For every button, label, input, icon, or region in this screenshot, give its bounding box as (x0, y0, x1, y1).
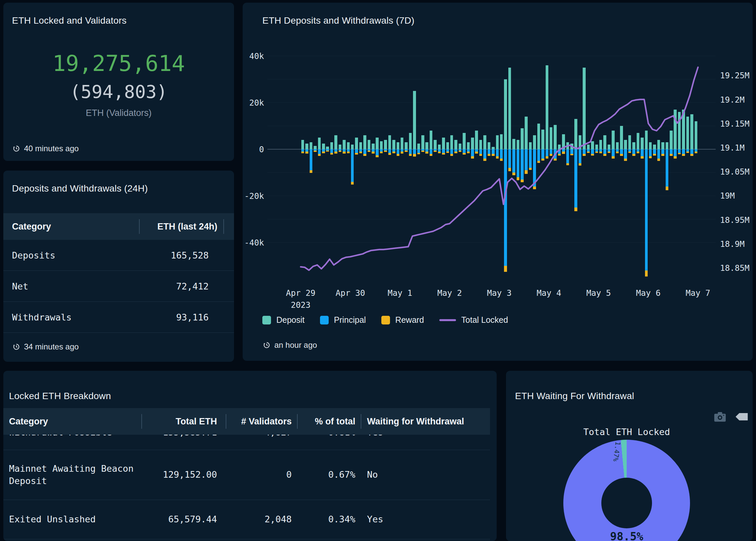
svg-text:May 7: May 7 (686, 288, 710, 298)
card-deposits-withdrawals-7d-chart: ETH Deposits and Withdrawals (7D) 40k20k… (243, 3, 753, 361)
camera-icon[interactable] (713, 411, 727, 423)
card-title: ETH Locked and Validators (12, 15, 127, 26)
svg-text:May 2: May 2 (437, 288, 462, 298)
history-icon (12, 144, 21, 153)
svg-text:40k: 40k (249, 51, 264, 61)
svg-text:19.1M: 19.1M (720, 143, 745, 153)
card-eth-locked: ETH Locked and Validators 19,275,614 (59… (3, 3, 234, 161)
svg-text:19.15M: 19.15M (720, 119, 750, 129)
svg-text:2023: 2023 (291, 300, 310, 310)
svg-text:18.95M: 18.95M (720, 215, 750, 225)
svg-text:May 1: May 1 (388, 288, 412, 298)
svg-text:May 3: May 3 (487, 288, 512, 298)
validators-count: (594,803) (3, 81, 234, 102)
col-pct-of-total: % of total (297, 408, 361, 435)
col-eth-last-24h: ETH (last 24h) (139, 213, 231, 240)
svg-text:-40k: -40k (244, 238, 264, 248)
chart-legend: Deposit Principal Reward Total Locked (262, 315, 508, 325)
col-waiting-for-withdrawal: Waiting for Withdrawal (361, 408, 483, 435)
card-title: Deposits and Withdrawals (24H) (12, 183, 148, 194)
svg-text:19.25M: 19.25M (720, 71, 750, 80)
table-row: Deposits 165,528 (3, 240, 234, 271)
table-row: Net 72,412 (3, 271, 234, 302)
bar-line-chart-plot[interactable]: 40k20k0-20k-40k19.25M19.2M19.15M19.1M19.… (243, 3, 753, 361)
last-updated-text: an hour ago (274, 340, 317, 350)
card-title: ETH Waiting For Withdrawal (515, 391, 634, 401)
dw24-table: Category ETH (last 24h) Deposits 165,528… (3, 213, 234, 333)
svg-text:May 4: May 4 (537, 288, 561, 298)
svg-text:19.05M: 19.05M (720, 167, 750, 177)
table-row: Withdrawals 93,116 (3, 302, 234, 333)
last-updated-text: 34 minutes ago (24, 342, 79, 351)
table-header: Category Total ETH # Validators % of tot… (3, 408, 490, 435)
total-locked-line-icon (439, 319, 456, 321)
svg-text:18.85M: 18.85M (720, 263, 750, 273)
table-header: Category ETH (last 24h) (3, 213, 234, 240)
last-updated: 40 minutes ago (12, 144, 79, 153)
legend-item-deposit[interactable]: Deposit (262, 315, 305, 325)
svg-text:20k: 20k (249, 98, 264, 108)
col-category: Category (3, 408, 141, 435)
svg-text:-20k: -20k (244, 191, 264, 201)
card-eth-waiting-for-withdrawal: ETH Waiting For Withdrawal Total ETH Loc… (506, 371, 753, 541)
reward-swatch-icon (381, 316, 390, 324)
legend-item-principal[interactable]: Principal (320, 315, 366, 325)
last-updated: 34 minutes ago (12, 342, 79, 351)
svg-text:19.2M: 19.2M (720, 95, 745, 105)
legend-item-total-locked[interactable]: Total Locked (439, 315, 508, 325)
svg-text:May 6: May 6 (636, 288, 661, 298)
table-row (3, 539, 490, 541)
history-icon (262, 341, 271, 349)
last-updated: an hour ago (262, 340, 317, 350)
svg-text:May 5: May 5 (586, 288, 611, 298)
breakdown-table[interactable]: Category Total ETH # Validators % of tot… (3, 408, 490, 541)
col-validators: # Validators (226, 408, 297, 435)
principal-swatch-icon (320, 316, 329, 324)
svg-text:19M: 19M (720, 191, 735, 201)
counter-sublabel: ETH (Validators) (3, 108, 234, 118)
donut-title: Total ETH Locked (506, 427, 747, 437)
tag-icon[interactable] (735, 412, 748, 421)
legend-item-reward[interactable]: Reward (381, 315, 424, 325)
donut-hole (601, 478, 652, 528)
svg-text:Apr 29: Apr 29 (286, 288, 316, 298)
last-updated-text: 40 minutes ago (24, 144, 79, 153)
eth-locked-value: 19,275,614 (3, 51, 234, 76)
history-icon (12, 342, 21, 351)
deposit-swatch-icon (262, 316, 271, 324)
card-locked-eth-breakdown: Locked ETH Breakdown Category Total ETH … (3, 371, 497, 541)
svg-text:Apr 30: Apr 30 (336, 288, 365, 298)
card-deposits-withdrawals-24h: Deposits and Withdrawals (24H) Category … (3, 171, 234, 362)
svg-text:0: 0 (259, 145, 264, 154)
table-row: Mainnet Awaiting Beacon Deposit 129,152.… (3, 450, 490, 500)
donut-slice-big-label: 98.5% (593, 530, 660, 541)
col-total-eth: Total ETH (141, 408, 226, 435)
card-title: Locked ETH Breakdown (9, 391, 111, 401)
col-category: Category (3, 213, 139, 240)
table-row: Exited Unslashed 65,579.44 2,048 0.34% Y… (3, 500, 490, 539)
svg-text:18.9M: 18.9M (720, 239, 745, 249)
panel-toolbar (713, 411, 748, 423)
